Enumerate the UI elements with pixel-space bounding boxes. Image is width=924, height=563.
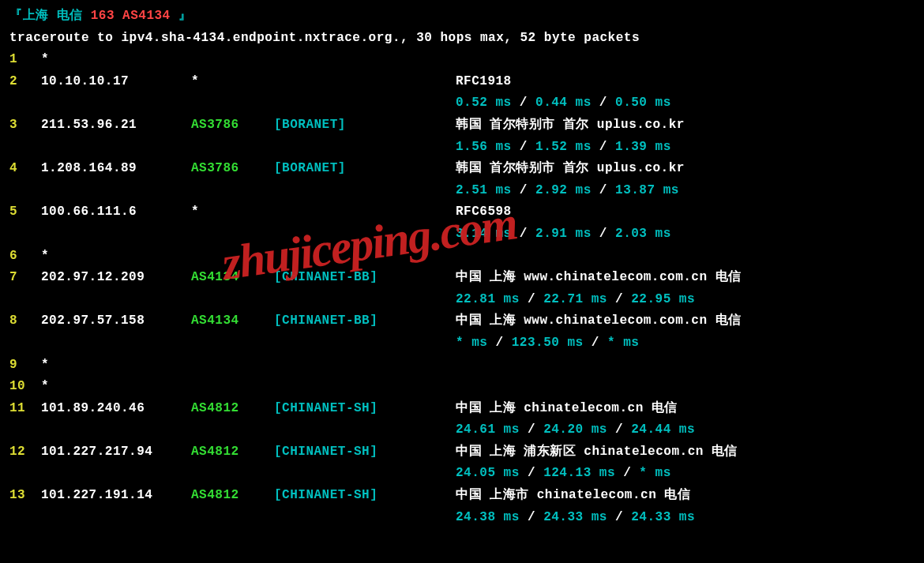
timing-value: 2.92 ms [535, 183, 592, 197]
timing-value: 1.52 ms [535, 140, 592, 154]
hop-netname: [BORANET] [274, 115, 456, 136]
hop-number: 1 [9, 50, 41, 70]
hop-asn: AS4134 [191, 311, 274, 332]
hop-row: 6* [9, 246, 915, 267]
timing-value: 24.33 ms [543, 510, 607, 524]
hop-row: 41.208.164.89AS3786[BORANET]韩国 首尔特别市 首尔 … [9, 159, 915, 179]
timing-value: 24.20 ms [543, 422, 607, 437]
timing-separator: / [512, 183, 535, 197]
hop-number: 7 [9, 268, 41, 288]
hop-location: 中国 上海 浦东新区 chinatelecom.cn 电信 [456, 442, 915, 463]
hops-container: 1*210.10.10.17*RFC19180.52 ms / 0.44 ms … [9, 50, 915, 527]
timing-value: 1.39 ms [615, 140, 671, 154]
timing-separator: / [592, 183, 615, 197]
hop-asn: AS4812 [191, 442, 274, 463]
hop-number: 10 [9, 377, 41, 397]
hop-asn: AS3786 [191, 159, 274, 179]
hop-row: 5100.66.111.6*RFC6598 [9, 202, 915, 223]
hop-ip: 101.227.191.14 [41, 486, 191, 506]
timing-value: 3.14 ms [456, 227, 512, 241]
hop-ip: 202.97.57.158 [41, 311, 191, 332]
hop-asn: AS4134 [191, 268, 274, 288]
timing-separator: / [520, 510, 543, 524]
hop-row: 11101.89.240.46AS4812[CHINANET-SH]中国 上海 … [9, 399, 915, 419]
hop-location: RFC1918 [456, 72, 915, 92]
header-asn: 163 AS4134 [91, 9, 171, 23]
hop-timing-row: 24.61 ms / 24.20 ms / 24.44 ms [456, 420, 915, 441]
hop-location: 中国 上海 www.chinatelecom.com.cn 电信 [456, 268, 915, 288]
hop-timing-row: * ms / 123.50 ms / * ms [456, 333, 915, 354]
timing-value: 24.05 ms [456, 466, 520, 480]
timing-value: 2.03 ms [615, 227, 671, 241]
hop-location: 中国 上海市 chinatelecom.cn 电信 [456, 486, 915, 506]
hop-row: 9* [9, 355, 915, 376]
timing-separator: / [607, 510, 631, 524]
hop-number: 9 [9, 355, 41, 376]
timing-separator: / [487, 336, 511, 350]
header-prefix: 『上海 电信 [9, 9, 91, 23]
hop-ip: 100.66.111.6 [41, 202, 191, 223]
hop-timing-row: 2.51 ms / 2.92 ms / 13.87 ms [456, 181, 915, 201]
hop-asn: AS4812 [191, 399, 274, 419]
timing-value: 22.71 ms [543, 292, 607, 306]
hop-row: 12101.227.217.94AS4812[CHINANET-SH]中国 上海… [9, 442, 915, 463]
hop-netname: [CHINANET-SH] [274, 442, 456, 463]
timing-separator: / [520, 292, 543, 306]
hop-ip: 1.208.164.89 [41, 159, 191, 179]
hop-timing-row: 22.81 ms / 22.71 ms / 22.95 ms [456, 290, 915, 310]
hop-number: 12 [9, 442, 41, 463]
hop-netname: [CHINANET-BB] [274, 268, 456, 288]
timing-value: 24.38 ms [456, 510, 520, 524]
hop-location: 韩国 首尔特别市 首尔 uplus.co.kr [456, 115, 915, 136]
timing-value: 22.95 ms [631, 292, 695, 306]
timing-separator: / [512, 96, 535, 110]
timing-value: * ms [456, 336, 487, 350]
hop-asn: * [191, 202, 274, 223]
hop-row: 7202.97.12.209AS4134[CHINANET-BB]中国 上海 w… [9, 268, 915, 288]
hop-ip: 101.89.240.46 [41, 399, 191, 419]
timing-value: 123.50 ms [512, 336, 584, 350]
timing-value: * ms [639, 466, 670, 480]
timing-separator: / [592, 227, 615, 241]
timing-separator: / [520, 422, 543, 437]
hop-netname: [CHINANET-BB] [274, 311, 456, 332]
timing-value: 24.61 ms [456, 422, 520, 437]
timing-value: 0.50 ms [615, 96, 671, 110]
hop-ip: 211.53.96.21 [41, 115, 191, 136]
hop-timing-row: 24.38 ms / 24.33 ms / 24.33 ms [456, 508, 915, 528]
hop-netname: [BORANET] [274, 159, 456, 179]
timing-value: * ms [607, 336, 639, 350]
hop-number: 8 [9, 311, 41, 332]
hop-timing-row: 1.56 ms / 1.52 ms / 1.39 ms [456, 137, 915, 158]
hop-number: 5 [9, 202, 41, 223]
timing-value: 0.44 ms [535, 96, 592, 110]
hop-number: 3 [9, 115, 41, 136]
hop-number: 11 [9, 399, 41, 419]
hop-netname: [CHINANET-SH] [274, 399, 456, 419]
hop-row: 1* [9, 50, 915, 70]
timing-value: 13.87 ms [615, 183, 679, 197]
traceroute-command: traceroute to ipv4.sha-4134.endpoint.nxt… [9, 28, 915, 49]
timing-separator: / [607, 292, 631, 306]
traceroute-header: 『上海 电信 163 AS4134 』 [9, 6, 915, 27]
hop-asn: * [191, 72, 274, 92]
hop-timeout-star: * [41, 50, 49, 70]
hop-timing-row: 0.52 ms / 0.44 ms / 0.50 ms [456, 93, 915, 114]
hop-location: 中国 上海 chinatelecom.cn 电信 [456, 399, 915, 419]
hop-netname: [CHINANET-SH] [274, 486, 456, 506]
hop-timeout-star: * [41, 246, 49, 267]
hop-timing-row: 3.14 ms / 2.91 ms / 2.03 ms [456, 224, 915, 245]
timing-separator: / [520, 466, 543, 480]
timing-separator: / [584, 336, 607, 350]
hop-row: 8202.97.57.158AS4134[CHINANET-BB]中国 上海 w… [9, 311, 915, 332]
timing-value: 22.81 ms [456, 292, 520, 306]
hop-row: 210.10.10.17*RFC1918 [9, 72, 915, 92]
hop-location: RFC6598 [456, 202, 915, 223]
hop-asn: AS4812 [191, 486, 274, 506]
hop-timeout-star: * [41, 377, 49, 397]
header-suffix: 』 [171, 9, 192, 23]
timing-value: 2.91 ms [535, 227, 592, 241]
hop-location: 韩国 首尔特别市 首尔 uplus.co.kr [456, 159, 915, 179]
hop-ip: 101.227.217.94 [41, 442, 191, 463]
hop-timeout-star: * [41, 355, 49, 376]
